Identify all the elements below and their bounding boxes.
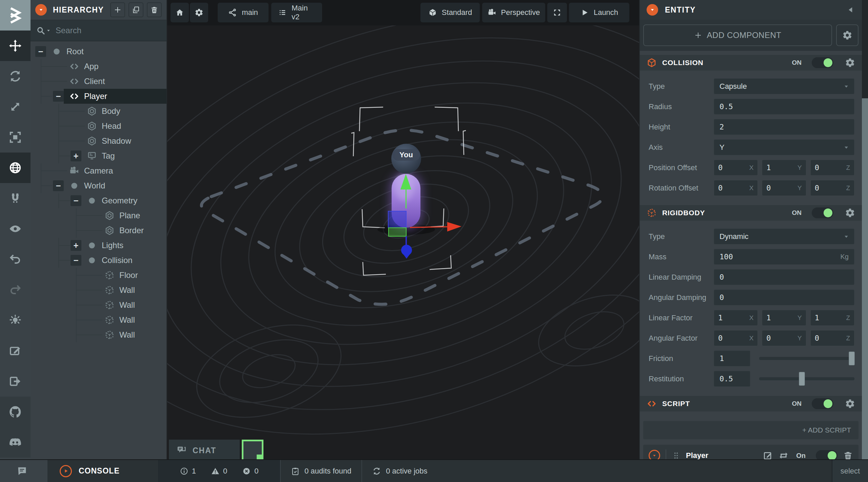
- vector-component[interactable]: Z: [810, 180, 854, 196]
- mass-input[interactable]: [719, 253, 841, 261]
- vector-component-input[interactable]: [766, 163, 795, 172]
- hierarchy-menu-button[interactable]: [35, 4, 47, 16]
- vector-component[interactable]: Y: [762, 330, 806, 346]
- rigidbody-section-header[interactable]: RIGIDBODY ON: [640, 205, 862, 221]
- vector-component-input[interactable]: [766, 184, 795, 192]
- search-filter-button[interactable]: [36, 26, 51, 35]
- tree-item-wall[interactable]: Wall: [31, 298, 166, 313]
- vector-component[interactable]: X: [714, 160, 758, 176]
- tree-item-border[interactable]: Border: [31, 223, 166, 238]
- vector-component[interactable]: Y: [762, 180, 806, 196]
- tree-item-collision[interactable]: − Collision: [31, 253, 166, 268]
- vector-component[interactable]: Z: [810, 160, 854, 176]
- tree-item-head[interactable]: Head: [31, 119, 166, 134]
- tool-rotate-button[interactable]: [0, 61, 31, 92]
- rigidbody-enabled-toggle[interactable]: [812, 207, 833, 218]
- audits-status[interactable]: 0 audits found: [280, 460, 361, 482]
- vector-component-input[interactable]: [766, 334, 795, 342]
- tree-item-lights[interactable]: + Lights: [31, 238, 166, 253]
- friction-input[interactable]: [719, 354, 745, 363]
- rigidbody-type-dropdown[interactable]: Dynamic: [714, 228, 854, 244]
- tool-magnet-button[interactable]: [0, 183, 31, 214]
- home-button[interactable]: [171, 3, 189, 22]
- height-field[interactable]: [714, 119, 854, 135]
- tool-redo-button[interactable]: [0, 275, 31, 305]
- linear-damping-field[interactable]: [714, 269, 854, 285]
- expander-toggle[interactable]: −: [35, 46, 46, 57]
- slider-thumb[interactable]: [849, 352, 855, 365]
- expander-toggle[interactable]: +: [71, 150, 81, 161]
- vector-component[interactable]: X: [714, 180, 758, 196]
- tool-frame-button[interactable]: [0, 122, 31, 153]
- angular-damping-input[interactable]: [719, 293, 849, 302]
- error-counter[interactable]: 0: [242, 467, 258, 476]
- scene-selector-button[interactable]: Main v2: [271, 3, 322, 22]
- delete-entity-button[interactable]: [147, 2, 162, 17]
- linear-damping-input[interactable]: [719, 273, 849, 281]
- radius-field[interactable]: [714, 99, 854, 115]
- expander-toggle[interactable]: −: [71, 255, 81, 266]
- tree-item-app[interactable]: App: [31, 59, 166, 74]
- tool-github-button[interactable]: [0, 397, 31, 427]
- friction-field[interactable]: [714, 350, 750, 366]
- collision-section-header[interactable]: COLLISION ON: [640, 55, 862, 71]
- camera-mode-button[interactable]: Perspective: [482, 3, 545, 22]
- tool-undo-button[interactable]: [0, 244, 31, 275]
- entity-settings-gear-button[interactable]: [836, 24, 859, 46]
- console-tab[interactable]: CONSOLE: [47, 460, 158, 482]
- tree-item-camera[interactable]: Camera: [31, 163, 166, 178]
- tree-item-tag[interactable]: + Tag: [31, 148, 166, 163]
- collision-type-dropdown[interactable]: Capsule: [714, 78, 854, 94]
- launch-button[interactable]: Launch: [569, 3, 629, 22]
- gear-icon[interactable]: [845, 58, 855, 68]
- tree-item-client[interactable]: Client: [31, 74, 166, 89]
- vector-component-input[interactable]: [815, 163, 844, 172]
- expander-toggle[interactable]: −: [71, 195, 81, 206]
- color-swatch[interactable]: [242, 440, 263, 459]
- tab-chat[interactable]: CHAT: [169, 440, 240, 459]
- restitution-input[interactable]: [719, 375, 745, 383]
- app-logo[interactable]: [0, 0, 31, 31]
- fullscreen-button[interactable]: [547, 3, 567, 22]
- project-settings-button[interactable]: [190, 3, 208, 22]
- tree-item-wall[interactable]: Wall: [31, 313, 166, 327]
- tool-bulb-button[interactable]: [0, 305, 31, 336]
- tree-item-plane[interactable]: Plane: [31, 208, 166, 223]
- tree-item-geometry[interactable]: − Geometry: [31, 193, 166, 208]
- radius-input[interactable]: [719, 102, 849, 111]
- slider-thumb[interactable]: [799, 372, 805, 386]
- viewport[interactable]: You CHAT ASSETS main Main v2 Standard Pe…: [167, 0, 639, 459]
- render-mode-button[interactable]: Standard: [420, 3, 480, 22]
- tree-item-body[interactable]: Body: [31, 104, 166, 119]
- tree-item-player[interactable]: − Player: [31, 89, 166, 104]
- collision-enabled-toggle[interactable]: [812, 57, 833, 68]
- vector-component[interactable]: X: [714, 310, 758, 326]
- vector-component-input[interactable]: [766, 314, 795, 322]
- inspector-scrollbar[interactable]: [862, 0, 868, 459]
- tool-move-button[interactable]: [0, 31, 31, 61]
- add-entity-button[interactable]: [110, 2, 125, 17]
- gear-icon[interactable]: [845, 208, 855, 218]
- tree-item-shadow[interactable]: Shadow: [31, 134, 166, 148]
- tool-discord-button[interactable]: [0, 427, 31, 458]
- restitution-slider[interactable]: [759, 371, 854, 387]
- tree-item-root[interactable]: − Root: [31, 44, 166, 59]
- vector-component[interactable]: Z: [810, 310, 854, 326]
- tool-eye-button[interactable]: [0, 214, 31, 244]
- tree-item-floor[interactable]: Floor: [31, 268, 166, 283]
- restitution-field[interactable]: [714, 371, 750, 387]
- viewport-canvas[interactable]: You CHAT ASSETS: [167, 25, 639, 459]
- height-input[interactable]: [719, 123, 849, 131]
- vector-component-input[interactable]: [718, 314, 747, 322]
- tree-item-wall[interactable]: Wall: [31, 327, 166, 342]
- tool-scale-button[interactable]: [0, 92, 31, 122]
- feedback-button[interactable]: [0, 460, 47, 482]
- vector-component[interactable]: Z: [810, 330, 854, 346]
- axis-dropdown[interactable]: Y: [714, 139, 854, 155]
- vector-component-input[interactable]: [718, 334, 747, 342]
- vector-component-input[interactable]: [718, 163, 747, 172]
- vector-component-input[interactable]: [815, 314, 844, 322]
- branch-selector-button[interactable]: main: [218, 3, 269, 22]
- tool-export-button[interactable]: [0, 366, 31, 397]
- angular-damping-field[interactable]: [714, 289, 854, 305]
